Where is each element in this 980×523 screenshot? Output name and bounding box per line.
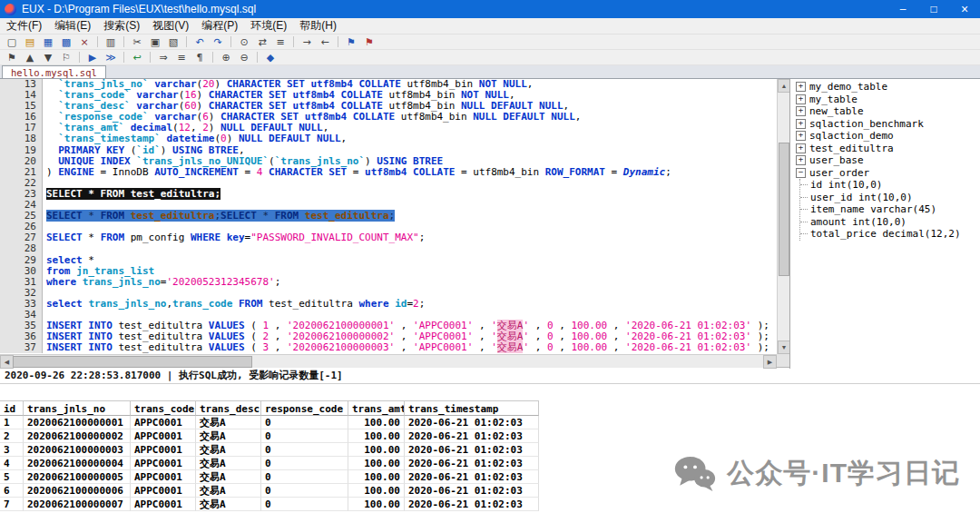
copy-button[interactable]: ▣ (147, 35, 163, 49)
indent-button[interactable]: → (299, 35, 315, 49)
open-folder-button[interactable]: ▤ (22, 35, 38, 49)
menu-file[interactable]: 文件(F) (0, 18, 48, 34)
vertical-scroll-thumb[interactable] (779, 143, 789, 276)
expand-icon[interactable]: + (796, 131, 806, 141)
close-button[interactable]: × (949, 0, 980, 18)
tree-item-test_editultra[interactable]: +test_editultra (796, 143, 980, 155)
outdent-button[interactable]: ← (317, 35, 333, 49)
tree-item-new_table[interactable]: +new_table (796, 105, 980, 118)
cell: 3 (0, 443, 24, 457)
tree-column-item[interactable]: item_name varchar(45) (800, 203, 980, 216)
new-file-button[interactable]: ▢ (4, 35, 20, 49)
column-header-id[interactable]: id (0, 400, 24, 416)
code-line[interactable]: 23SELECT * FROM test_editultra; (0, 189, 777, 200)
code-line[interactable]: 37INSERT INTO test_editultra VALUES ( 3 … (0, 342, 777, 353)
run-script-button[interactable]: ▶ (84, 51, 101, 64)
tree-item-sqlaction_demo[interactable]: +sqlaction_demo (796, 130, 980, 143)
code-text: ) ENGINE = InnoDB AUTO_INCREMENT = 4 CHA… (43, 167, 671, 178)
expand-icon[interactable]: + (796, 119, 806, 129)
menu-environment[interactable]: 环境(E) (244, 18, 293, 34)
menu-edit[interactable]: 编辑(E) (48, 18, 97, 34)
table-row[interactable]: 72020062100000007APPC0001交易A0100.002020-… (0, 498, 980, 511)
redo-button[interactable]: ↷ (210, 35, 226, 49)
replace-button[interactable]: ⇄ (254, 35, 270, 49)
code-editor[interactable]: 13 `trans_jnls_no` varchar(20) CHARACTER… (0, 79, 777, 354)
horizontal-scroll-thumb[interactable] (13, 356, 252, 368)
zoom-out-icon: ⊖ (240, 53, 248, 63)
expand-icon[interactable]: + (796, 82, 806, 92)
tree-children: id int(10,0)user_id int(10,0)item_name v… (799, 179, 980, 241)
flag-red-button[interactable]: ⚑ (361, 35, 377, 49)
tree-item-my_table[interactable]: +my_table (796, 94, 980, 106)
paste-button[interactable]: ▧ (165, 35, 181, 49)
zoom-in-button[interactable]: ⊕ (218, 51, 234, 64)
print-button[interactable]: ▥ (103, 35, 119, 49)
menu-search[interactable]: 搜索(S) (97, 18, 146, 34)
code-line[interactable]: 33select trans_jnls_no,trans_code FROM t… (0, 299, 777, 310)
word-wrap-icon: ¶ (197, 53, 203, 63)
save-all-button[interactable]: ▩ (58, 35, 74, 49)
expand-icon[interactable]: + (796, 106, 806, 116)
tab-hello-mysql-sql[interactable]: hello.mysql.sql (2, 65, 106, 78)
menu-program[interactable]: 编程(P) (195, 18, 244, 34)
code-line[interactable]: 27SELECT * FROM pm_config WHERE key="PAS… (0, 232, 777, 243)
scroll-left-icon[interactable]: ◀ (0, 355, 14, 369)
options-button[interactable]: ◆ (262, 51, 279, 64)
word-wrap-button[interactable]: ¶ (191, 51, 208, 64)
column-header-trans_timestamp[interactable]: trans_timestamp (405, 400, 539, 416)
select-all-icon: ≡ (276, 37, 284, 47)
table-row[interactable]: 12020062100000001APPC0001交易A0100.002020-… (0, 416, 980, 429)
goto-line-button[interactable]: ⇒ (155, 51, 172, 64)
table-row[interactable]: 22020062100000002APPC0001交易A0100.002020-… (0, 429, 980, 443)
bookmark-next-button[interactable]: ▼ (40, 51, 56, 64)
editor-vertical-scrollbar[interactable]: ▲ ▼ (777, 79, 790, 354)
maximize-button[interactable]: □ (918, 0, 949, 18)
minimize-button[interactable]: – (887, 0, 918, 18)
column-header-response_code[interactable]: response_code (261, 400, 348, 416)
column-header-trans_amt[interactable]: trans_amt (348, 400, 405, 416)
code-text: where trans_jnls_no='2020052312345678'; (43, 277, 280, 288)
tree-column-item[interactable]: id int(10,0) (800, 179, 980, 192)
code-line[interactable]: 31where trans_jnls_no='2020052312345678'… (0, 277, 777, 288)
collapse-icon[interactable]: − (796, 168, 806, 178)
expand-icon[interactable]: + (796, 143, 806, 153)
code-line[interactable]: 21) ENGINE = InnoDB AUTO_INCREMENT = 4 C… (0, 167, 777, 178)
tree-column-item[interactable]: amount int(10,0) (800, 216, 980, 229)
code-line[interactable]: 25SELECT * FROM test_editultra;SELECT * … (0, 211, 777, 222)
line-numbers-button[interactable]: ≡ (173, 51, 190, 64)
expand-icon[interactable]: + (796, 94, 806, 104)
find-button[interactable]: ⊙ (236, 35, 252, 49)
tree-column-item[interactable]: user_id int(10,0) (800, 192, 980, 204)
scroll-down-icon[interactable]: ▼ (778, 340, 790, 354)
bookmark-clear-button[interactable]: ⚐ (58, 51, 74, 64)
tree-item-my_demo_table[interactable]: +my_demo_table (796, 81, 980, 94)
line-number: 37 (0, 342, 43, 353)
column-header-trans_desc[interactable]: trans_desc (196, 400, 261, 416)
select-all-button[interactable]: ≡ (272, 35, 289, 49)
flag-blue-button[interactable]: ⚑ (343, 35, 359, 49)
save-button[interactable]: ▦ (40, 35, 56, 49)
zoom-out-button[interactable]: ⊖ (236, 51, 252, 64)
expand-icon[interactable]: + (796, 155, 806, 165)
menu-help[interactable]: 帮助(H) (293, 18, 343, 34)
scroll-right-icon[interactable]: ▶ (763, 355, 777, 369)
bookmark-prev-button[interactable]: ▲ (22, 51, 38, 64)
close-file-button[interactable]: × (76, 35, 93, 49)
tree-item-sqlaction_benchmark[interactable]: +sqlaction_benchmark (796, 118, 980, 131)
code-line[interactable]: 28 (0, 243, 777, 254)
bookmark-toggle-button[interactable]: ⚑ (4, 51, 20, 64)
undo-button[interactable]: ↶ (191, 35, 208, 49)
tree-column-label: id int(10,0) (810, 179, 882, 191)
tree-item-user_base[interactable]: +user_base (796, 154, 980, 167)
cut-button[interactable]: ✂ (129, 35, 145, 49)
back-button[interactable]: ↩ (129, 51, 145, 64)
tree-column-item[interactable]: total_price decimal(12,2) (800, 228, 980, 241)
run-to-cursor-button[interactable]: ≫ (103, 51, 119, 64)
scroll-up-icon[interactable]: ▲ (778, 79, 790, 93)
menu-view[interactable]: 视图(V) (146, 18, 195, 34)
column-header-trans_jnls_no[interactable]: trans_jnls_no (24, 400, 131, 416)
line-number: 29 (0, 255, 43, 266)
tree-item-user_order[interactable]: −user_order (796, 167, 980, 180)
column-header-trans_code[interactable]: trans_code (131, 400, 196, 416)
editor-horizontal-scrollbar[interactable]: ◀ ▶ (0, 354, 777, 368)
